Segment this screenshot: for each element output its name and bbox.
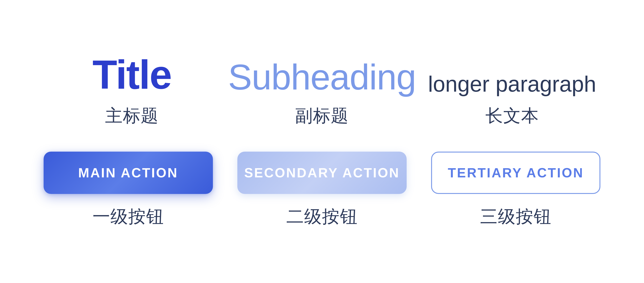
main-action-label: MAIN ACTION (78, 165, 178, 180)
typography-row: Title 主标题 Subheading 副标题 longer paragrap… (37, 54, 607, 133)
tertiary-action-button[interactable]: TERTIARY ACTION (431, 152, 600, 194)
main-action-column: MAIN ACTION 一级按钮 (37, 152, 220, 228)
title-column: Title 主标题 (37, 54, 227, 128)
secondary-action-chinese: 二级按钮 (286, 205, 358, 228)
tertiary-action-label: TERTIARY ACTION (448, 165, 584, 180)
subheading-column: Subheading 副标题 (227, 59, 417, 128)
tertiary-action-chinese: 三级按钮 (480, 205, 552, 228)
paragraph-column: longer paragraph 长文本 (417, 73, 607, 128)
secondary-action-label: SECONDARY ACTION (244, 165, 400, 180)
main-action-button[interactable]: MAIN ACTION (44, 152, 213, 194)
title-chinese: 主标题 (105, 104, 158, 128)
paragraph-chinese: 长文本 (486, 104, 539, 128)
main-action-chinese: 一级按钮 (92, 205, 164, 228)
secondary-action-button[interactable]: SECONDARY ACTION (237, 152, 407, 194)
main-container: Title 主标题 Subheading 副标题 longer paragrap… (37, 54, 607, 228)
subheading-chinese: 副标题 (295, 104, 349, 128)
secondary-action-column: SECONDARY ACTION 二级按钮 (230, 152, 413, 228)
buttons-row: MAIN ACTION 一级按钮 SECONDARY ACTION 二级按钮 T… (37, 148, 607, 228)
subheading-english: Subheading (228, 59, 416, 95)
paragraph-english: longer paragraph (428, 73, 596, 95)
title-english: Title (92, 54, 171, 95)
tertiary-action-column: TERTIARY ACTION 三级按钮 (424, 152, 607, 228)
